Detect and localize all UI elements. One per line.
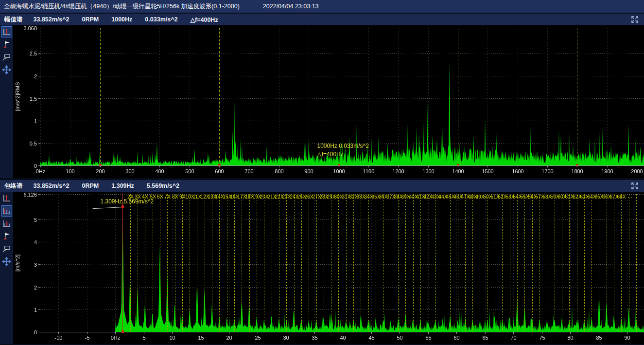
report-band-tool-button[interactable]	[1, 243, 12, 254]
envelope-panel-header: 包络谱 33.852m/s^2 0RPM 1.309Hz 5.569m/s^2	[0, 180, 644, 192]
report-band-tool-button[interactable]	[1, 52, 12, 63]
cursor-frequency-value: 1000Hz	[111, 16, 132, 23]
report-band-icon	[2, 244, 11, 254]
expand-fullscreen-icon[interactable]	[630, 15, 640, 24]
overall-rms-value: 33.852m/s^2	[34, 182, 70, 189]
amplitude-panel-header: 幅值谱 33.852m/s^2 0RPM 1000Hz 0.033m/s^2 △…	[0, 14, 644, 25]
rpm-value: 0RPM	[82, 182, 99, 189]
delta-f-value: △f=400Hz	[190, 16, 218, 23]
envelope-chart-toolbar	[0, 192, 13, 344]
harmonic-cursor-icon	[2, 206, 11, 216]
envelope-spectrum-chart[interactable]	[13, 192, 644, 344]
sideband-cursor-icon	[2, 219, 11, 228]
flag-marker-icon	[2, 40, 11, 49]
single-cursor-icon	[2, 27, 11, 36]
amplitude-chart-toolbar	[0, 25, 13, 178]
flag-marker-icon	[2, 232, 11, 241]
report-band-icon	[2, 53, 11, 62]
amplitude-spectrum-chart[interactable]	[13, 25, 644, 178]
pan-move-icon	[2, 65, 11, 74]
overall-rms-value: 33.852m/s^2	[34, 16, 70, 23]
measurement-timestamp: 2022/04/04 23:03:13	[263, 3, 319, 10]
sideband-cursor-tool-button[interactable]	[1, 218, 12, 229]
envelope-panel-title: 包络谱	[4, 182, 23, 190]
flag-marker-tool-button[interactable]	[1, 231, 12, 242]
pan-tool-button[interactable]	[1, 256, 12, 267]
title-bar: 全椒海螺水泥/辊压机/4#辊压机（4940）/动辊一级行星轮5H/256k 加速…	[0, 0, 644, 13]
single-cursor-tool-button[interactable]	[1, 26, 12, 37]
pan-move-icon	[2, 257, 11, 266]
envelope-panel-body	[0, 192, 644, 344]
rpm-value: 0RPM	[82, 16, 99, 23]
expand-fullscreen-icon[interactable]	[630, 182, 640, 190]
pan-tool-button[interactable]	[1, 64, 12, 75]
amplitude-panel-body	[0, 25, 644, 178]
single-cursor-tool-button[interactable]	[1, 193, 12, 204]
harmonic-cursor-tool-button[interactable]	[1, 205, 12, 217]
cursor-amplitude-value: 0.033m/s^2	[145, 16, 177, 23]
cursor-frequency-value: 1.309Hz	[111, 182, 134, 189]
amplitude-panel-title: 幅值谱	[4, 16, 23, 24]
flag-marker-tool-button[interactable]	[1, 39, 12, 50]
measurement-path-title: 全椒海螺水泥/辊压机/4#辊压机（4940）/动辊一级行星轮5H/256k 加速…	[4, 2, 240, 11]
single-cursor-icon	[2, 194, 11, 203]
cursor-amplitude-value: 5.569m/s^2	[147, 182, 179, 189]
